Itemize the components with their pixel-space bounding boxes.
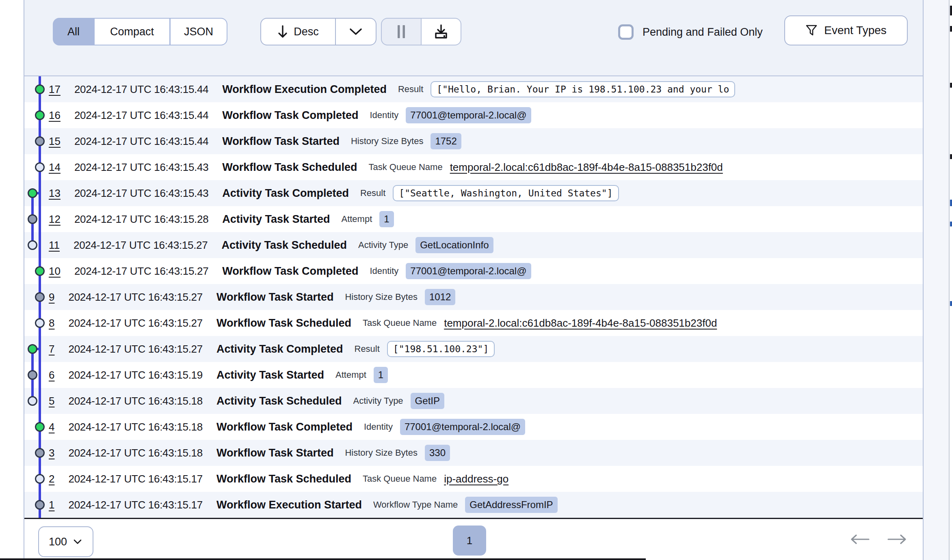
event-status-dot xyxy=(28,188,37,198)
previous-page-arrow[interactable] xyxy=(850,534,870,544)
event-id-link[interactable]: 1 xyxy=(49,499,54,511)
sort-desc-button[interactable]: Desc xyxy=(261,19,335,45)
event-attr-value: 330 xyxy=(425,445,450,461)
event-id-link[interactable]: 9 xyxy=(49,291,54,304)
event-timestamp: 2024-12-17 UTC 16:43:15.27 xyxy=(74,239,208,252)
event-name: Workflow Task Scheduled xyxy=(216,473,351,485)
next-page-arrow[interactable] xyxy=(887,534,907,544)
event-id-link[interactable]: 11 xyxy=(49,239,60,252)
event-row[interactable]: 9 2024-12-17 UTC 16:43:15.27 Workflow Ta… xyxy=(24,284,923,310)
event-attr-label: Attempt xyxy=(341,214,372,224)
event-attr-label: Activity Type xyxy=(358,240,408,250)
pause-updates-button[interactable] xyxy=(382,19,421,45)
event-id-link[interactable]: 5 xyxy=(49,395,54,407)
filter-funnel-icon xyxy=(805,24,818,37)
event-row[interactable]: 5 2024-12-17 UTC 16:43:15.18 Activity Ta… xyxy=(24,388,923,414)
event-row[interactable]: 15 2024-12-17 UTC 16:43:15.44 Workflow T… xyxy=(24,128,923,154)
event-row[interactable]: 10 2024-12-17 UTC 16:43:15.27 Workflow T… xyxy=(24,258,923,284)
event-id-link[interactable]: 4 xyxy=(49,421,54,433)
tab-json[interactable]: JSON xyxy=(171,19,227,45)
event-attr-value: GetAddressFromIP xyxy=(465,497,557,513)
event-id-link[interactable]: 8 xyxy=(49,317,54,330)
event-row[interactable]: 6 2024-12-17 UTC 16:43:15.19 Activity Ta… xyxy=(24,362,923,388)
pending-failed-checkbox[interactable] xyxy=(618,24,634,40)
sort-order-split-button: Desc xyxy=(260,18,376,45)
event-id-link[interactable]: 7 xyxy=(49,343,54,355)
event-row[interactable]: 11 2024-12-17 UTC 16:43:15.27 Activity T… xyxy=(24,232,923,258)
event-attr-value: ["Seattle, Washington, United States"] xyxy=(393,185,619,201)
event-types-label: Event Types xyxy=(824,24,887,37)
event-name: Workflow Execution Started xyxy=(216,499,362,511)
event-timestamp: 2024-12-17 UTC 16:43:15.44 xyxy=(74,109,208,122)
event-status-dot xyxy=(35,136,45,146)
event-id-link[interactable]: 14 xyxy=(49,161,61,174)
pagination-bar: 100 1 xyxy=(24,519,923,560)
event-id-link[interactable]: 10 xyxy=(49,265,61,278)
event-row[interactable]: 2 2024-12-17 UTC 16:43:15.17 Workflow Ta… xyxy=(24,466,923,492)
event-name: Workflow Task Completed xyxy=(222,109,358,122)
event-timestamp: 2024-12-17 UTC 16:43:15.18 xyxy=(68,421,202,433)
event-attr-value: 77001@temporal-2.local@ xyxy=(406,107,531,123)
event-row[interactable]: 14 2024-12-17 UTC 16:43:15.43 Workflow T… xyxy=(24,154,923,180)
clipped-edge-fragment xyxy=(950,154,952,159)
event-row[interactable]: 12 2024-12-17 UTC 16:43:15.28 Activity T… xyxy=(24,206,923,232)
event-timestamp: 2024-12-17 UTC 16:43:15.27 xyxy=(68,343,202,355)
event-types-filter-button[interactable]: Event Types xyxy=(784,15,908,45)
current-page-button[interactable]: 1 xyxy=(453,526,486,556)
event-status-dot xyxy=(28,240,37,250)
event-history-panel: All Compact JSON Desc xyxy=(24,0,924,560)
event-id-link[interactable]: 13 xyxy=(49,187,61,200)
event-name: Workflow Task Started xyxy=(216,291,334,304)
event-id-link[interactable]: 2 xyxy=(49,473,54,485)
event-name: Workflow Execution Completed xyxy=(222,83,387,96)
pending-failed-label: Pending and Failed Only xyxy=(643,26,763,39)
event-attr-value: 1 xyxy=(379,211,394,227)
event-row[interactable]: 8 2024-12-17 UTC 16:43:15.27 Workflow Ta… xyxy=(24,310,923,336)
sort-order-label: Desc xyxy=(294,26,319,38)
page-size-select[interactable]: 100 xyxy=(38,526,93,557)
event-row[interactable]: 17 2024-12-17 UTC 16:43:15.44 Workflow E… xyxy=(24,76,923,102)
event-row[interactable]: 7 2024-12-17 UTC 16:43:15.27 Activity Ta… xyxy=(24,336,923,362)
event-id-link[interactable]: 3 xyxy=(49,447,54,459)
event-name: Workflow Task Scheduled xyxy=(222,161,357,174)
event-rows: 17 2024-12-17 UTC 16:43:15.44 Workflow E… xyxy=(24,76,923,518)
event-status-dot xyxy=(35,84,45,94)
event-attr-label: History Size Bytes xyxy=(345,292,418,302)
event-name: Workflow Task Scheduled xyxy=(216,317,351,330)
event-attr-value: ["Hello, Brian. Your IP is 198.51.100.23… xyxy=(431,81,735,97)
page: All Compact JSON Desc xyxy=(0,0,952,560)
event-timestamp: 2024-12-17 UTC 16:43:15.28 xyxy=(74,213,208,226)
event-attr-label: Workflow Type Name xyxy=(373,500,458,510)
event-id-link[interactable]: 17 xyxy=(49,83,61,96)
tab-compact[interactable]: Compact xyxy=(95,19,169,45)
event-attr-label: Attempt xyxy=(335,370,366,380)
event-status-dot xyxy=(28,214,37,224)
event-row[interactable]: 16 2024-12-17 UTC 16:43:15.44 Workflow T… xyxy=(24,102,923,128)
event-row[interactable]: 13 2024-12-17 UTC 16:43:15.43 Activity T… xyxy=(24,180,923,206)
event-id-link[interactable]: 16 xyxy=(49,109,61,122)
event-id-link[interactable]: 15 xyxy=(49,135,61,148)
pending-failed-only-toggle[interactable]: Pending and Failed Only xyxy=(618,24,763,40)
event-attr-value[interactable]: ip-address-go xyxy=(444,473,508,485)
view-mode-segmented-control: All Compact JSON xyxy=(53,18,227,45)
clipped-edge-fragment xyxy=(950,6,952,15)
clipped-edge-fragment xyxy=(950,83,952,88)
event-name: Activity Task Scheduled xyxy=(221,239,347,252)
clipped-edge-fragment xyxy=(950,200,952,206)
sort-order-menu-button[interactable] xyxy=(336,19,376,45)
tab-all[interactable]: All xyxy=(54,19,93,45)
event-name: Workflow Task Completed xyxy=(222,265,358,278)
event-timestamp: 2024-12-17 UTC 16:43:15.27 xyxy=(74,265,208,278)
event-row[interactable]: 3 2024-12-17 UTC 16:43:15.18 Workflow Ta… xyxy=(24,440,923,466)
event-attr-label: Activity Type xyxy=(353,396,403,406)
event-status-dot xyxy=(35,266,45,276)
chevron-down-icon xyxy=(349,28,362,35)
event-row[interactable]: 1 2024-12-17 UTC 16:43:15.17 Workflow Ex… xyxy=(24,492,923,518)
download-history-button[interactable] xyxy=(422,19,461,45)
event-attr-value[interactable]: temporal-2.local:c61db8ac-189f-4b4e-8a15… xyxy=(450,161,723,174)
event-row[interactable]: 4 2024-12-17 UTC 16:43:15.18 Workflow Ta… xyxy=(24,414,923,440)
event-id-link[interactable]: 12 xyxy=(49,213,61,226)
event-id-link[interactable]: 6 xyxy=(49,369,54,381)
event-attr-value[interactable]: temporal-2.local:c61db8ac-189f-4b4e-8a15… xyxy=(444,317,717,330)
event-attr-label: History Size Bytes xyxy=(345,448,418,458)
